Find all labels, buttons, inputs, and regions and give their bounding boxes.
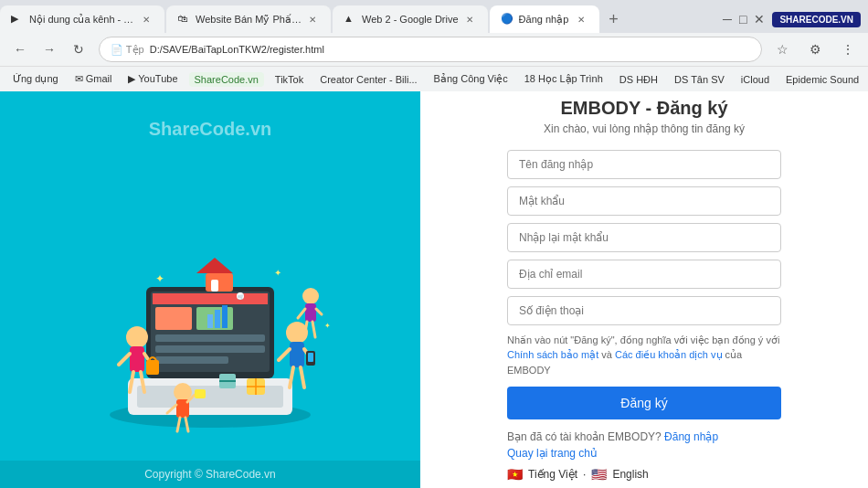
bookmark-tiktok[interactable]: TikTok	[270, 72, 309, 87]
right-panel: EMBODY - Đăng ký Xin chào, vui lòng nhập…	[420, 91, 868, 488]
form-title: EMBODY - Đăng ký	[507, 98, 781, 119]
menu-button[interactable]: ⋮	[835, 37, 861, 62]
bookmark-bangcongviec[interactable]: Bảng Công Việc	[429, 71, 513, 87]
vi-flag: 🇻🇳	[507, 467, 523, 482]
confirm-password-input[interactable]	[507, 223, 781, 252]
svg-rect-11	[155, 356, 228, 364]
svg-rect-7	[155, 307, 192, 330]
email-input[interactable]	[507, 260, 781, 289]
lang-en-label[interactable]: English	[612, 468, 648, 481]
tab-1-close[interactable]: ✕	[139, 12, 153, 27]
bookmark-apps[interactable]: Ứng dụng	[7, 71, 64, 87]
password-input[interactable]	[507, 186, 781, 216]
phone-input[interactable]	[507, 296, 781, 325]
minimize-button[interactable]: ─	[723, 12, 732, 27]
bookmarks-button[interactable]: ☆	[769, 37, 795, 62]
svg-line-27	[290, 367, 293, 387]
url-field[interactable]: 📄 Tệp D:/SAVE/BaiTapLonTKW2/register.htm…	[99, 37, 762, 62]
bookmark-icloud[interactable]: iCloud	[736, 72, 775, 87]
terms-text: Nhấn vào nút "Đăng ký", đồng nghĩa với v…	[507, 333, 781, 378]
bookmarks-bar: Ứng dụng ✉ Gmail ▶ YouTube ShareCode.vn …	[0, 66, 868, 91]
watermark: ShareCode.vn	[149, 119, 271, 140]
svg-rect-39	[195, 389, 206, 398]
svg-text:✦: ✦	[155, 272, 164, 285]
tab-3-title: Web 2 - Google Drive	[362, 14, 459, 25]
svg-line-34	[312, 322, 315, 337]
form-container: EMBODY - Đăng ký Xin chào, vui lòng nhập…	[507, 98, 781, 483]
bookmark-sharecode[interactable]: ShareCode.vn	[189, 72, 264, 87]
en-flag: 🇺🇸	[591, 467, 607, 482]
main-content: ShareCode.vn	[0, 91, 868, 488]
language-switcher: 🇻🇳 Tiếng Việt · 🇺🇸 English	[507, 467, 781, 482]
maximize-button[interactable]: □	[739, 12, 746, 27]
tab-3-favicon: ▲	[344, 13, 356, 26]
left-panel: ShareCode.vn	[0, 91, 420, 488]
svg-rect-6	[153, 293, 268, 304]
svg-rect-10	[155, 345, 265, 353]
svg-point-29	[302, 288, 319, 304]
bookmark-epidemic[interactable]: Epidemic Sound	[780, 72, 864, 87]
svg-line-32	[316, 309, 322, 314]
svg-rect-54	[215, 310, 220, 328]
tab-3[interactable]: ▲ Web 2 - Google Drive ✕	[333, 5, 488, 33]
svg-rect-53	[207, 314, 213, 328]
new-tab-button[interactable]: +	[601, 6, 627, 32]
browser-chrome: ▶ Nội dung của kênh - YouTube St... ✕ 🛍 …	[0, 0, 868, 91]
share-logo: SHARECODE.VN	[772, 12, 861, 27]
tab-3-close[interactable]: ✕	[462, 12, 477, 27]
tab-1-title: Nội dung của kênh - YouTube St...	[29, 14, 135, 26]
bookmark-18hoclaptrinh[interactable]: 18 Học Lập Trình	[519, 71, 609, 87]
address-bar: ← → ↻ 📄 Tệp D:/SAVE/BaiTapLonTKW2/regist…	[0, 33, 868, 66]
nav-buttons: ← → ↻	[7, 37, 91, 62]
svg-rect-50	[206, 273, 233, 292]
bookmark-dshod[interactable]: DS HĐH	[614, 72, 663, 87]
svg-rect-52	[211, 280, 218, 292]
svg-rect-30	[305, 303, 316, 322]
svg-line-28	[301, 367, 304, 387]
svg-rect-55	[222, 305, 228, 328]
svg-rect-22	[290, 342, 304, 367]
tab-2-favicon: 🛍	[177, 13, 190, 26]
svg-rect-26	[308, 353, 313, 362]
close-button[interactable]: ✕	[754, 12, 765, 27]
lang-vi-label[interactable]: Tiếng Việt	[528, 468, 577, 481]
login-link[interactable]: Đăng nhập	[664, 430, 718, 443]
back-button[interactable]: ←	[7, 37, 33, 62]
tab-4-close[interactable]: ✕	[574, 12, 588, 27]
copyright-bar: Copyright © ShareCode.vn	[0, 461, 420, 488]
svg-text:✦: ✦	[324, 322, 331, 330]
svg-marker-51	[196, 258, 233, 273]
tab-4-title: Đăng nhập	[519, 14, 570, 26]
tab-1[interactable]: ▶ Nội dung của kênh - YouTube St... ✕	[0, 5, 164, 33]
tab-2[interactable]: 🛍 Website Bán Mỹ Phẩm, Có Tran... ✕	[166, 5, 331, 33]
lang-separator: ·	[583, 468, 586, 481]
bookmark-youtube[interactable]: ▶ YouTube	[122, 71, 183, 87]
svg-point-14	[126, 326, 148, 348]
tab-2-close[interactable]: ✕	[305, 12, 320, 27]
bookmark-gmail[interactable]: ✉ Gmail	[69, 71, 118, 87]
has-account-text: Bạn đã có tài khoản EMBODY? Đăng nhập	[507, 430, 781, 443]
tab-4[interactable]: 🔵 Đăng nhập ✕	[490, 5, 599, 33]
forward-button[interactable]: →	[37, 37, 62, 62]
register-button[interactable]: Đăng ký	[507, 387, 781, 419]
svg-text:✦: ✦	[274, 268, 281, 278]
service-terms-link[interactable]: Các điều khoản dịch vụ	[615, 349, 723, 360]
back-home-link[interactable]: Quay lại trang chủ	[507, 447, 781, 460]
bookmark-dstansv[interactable]: DS Tân SV	[669, 72, 730, 87]
svg-rect-20	[146, 360, 159, 375]
svg-rect-9	[155, 334, 265, 342]
svg-line-16	[119, 354, 130, 365]
illustration: 🛒	[64, 196, 356, 451]
tab-bar: ▶ Nội dung của kênh - YouTube St... ✕ 🛍 …	[0, 0, 868, 33]
extensions-button[interactable]: ⚙	[802, 37, 828, 62]
tab-2-title: Website Bán Mỹ Phẩm, Có Tran...	[196, 14, 302, 26]
bookmark-creator[interactable]: Creator Center - Bili...	[314, 72, 422, 87]
tab-4-favicon: 🔵	[501, 13, 513, 26]
username-input[interactable]	[507, 150, 781, 179]
svg-line-31	[298, 309, 305, 318]
reload-button[interactable]: ↻	[66, 37, 91, 62]
form-subtitle: Xin chào, vui lòng nhập thông tin đăng k…	[507, 122, 781, 135]
tab-1-favicon: ▶	[11, 13, 24, 26]
svg-rect-15	[130, 346, 144, 372]
privacy-link[interactable]: Chính sách bảo mật	[507, 349, 598, 360]
